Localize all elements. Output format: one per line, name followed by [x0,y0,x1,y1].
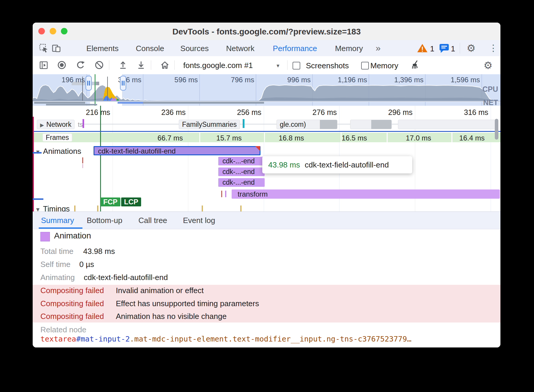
chevron-right-icon[interactable]: ▶ [40,122,44,128]
screenshots-checkbox[interactable] [293,62,300,69]
more-options-icon[interactable]: ⋮ [489,43,498,53]
self-time-value: 0 µs [79,260,94,269]
tab-elements[interactable]: Elements [86,44,119,53]
compositing-failed-reason: Effect has unsupported timing parameters [116,299,259,308]
device-toolbar-icon[interactable] [52,43,61,53]
inspect-element-icon[interactable] [39,43,48,53]
total-time-value: 43.98 ms [83,247,115,256]
node-classes[interactable]: .mat-mdc-input-element.text-modifier__in… [130,335,411,343]
memory-checkbox[interactable] [361,62,369,69]
overview-tick: 996 ms [268,76,311,84]
self-time-label: Self time [40,260,70,269]
performance-toolbar: fonts.google.com #1 ▼ Screenshots Memory… [33,56,500,75]
summary-category: Animation [54,231,91,241]
frame-boundary [199,133,200,142]
compositing-failed-reason: Animation has no visible change [116,312,227,321]
divider [174,60,175,70]
more-tabs-icon[interactable]: » [376,43,381,53]
compositing-failed-label: Compositing failed [40,312,104,321]
warning-icon[interactable] [417,43,428,53]
fcp-badge[interactable]: FCP [100,197,120,206]
issues-count[interactable]: 1 [451,44,455,53]
request-busy-block [320,120,337,129]
details-panel: Summary Bottom-up Call tree Event log An… [33,211,500,347]
animation-event[interactable]: cdk-...-end [218,157,265,165]
chevron-down-icon[interactable]: ▼ [35,206,41,211]
details-tabbar: Summary Bottom-up Call tree Event log [33,211,500,229]
ruler-tick: 276 ms [295,108,337,117]
upload-profile-icon[interactable] [118,60,128,70]
lcp-badge[interactable]: LCP [121,197,141,206]
memory-label[interactable]: Memory [370,61,398,70]
tooltip-name: cdk-text-field-autofill-end [305,160,389,170]
tab-event-log[interactable]: Event log [183,216,215,225]
ruler-tick: 316 ms [447,108,488,117]
compositing-failed-reason: Invalid animation or effect [116,286,204,295]
frame-duration: 16.8 ms [279,134,304,142]
animating-label: Animating [40,273,75,282]
tab-call-tree[interactable]: Call tree [138,216,167,225]
tab-summary[interactable]: Summary [41,216,74,225]
truncated-request-text: ts [78,121,83,129]
network-track-header[interactable]: ▶Network [37,120,75,129]
clear-icon[interactable] [94,60,104,70]
related-node-label: Related node [40,325,86,334]
download-profile-icon[interactable] [136,60,146,70]
profile-select[interactable]: fonts.google.com #1 [183,61,253,70]
track-divider-line [33,131,500,132]
selection-left-handle[interactable] [86,76,92,91]
devtools-window: DevTools - fonts.google.com/?preview.siz… [33,23,500,347]
node-tag[interactable]: textarea [40,335,76,343]
active-tab-underline [39,227,83,229]
selection-right-handle[interactable] [120,76,126,91]
overview-tick: 196 ms [42,76,85,84]
transform-animation-bar[interactable]: transform [232,189,500,199]
network-request[interactable] [350,120,392,129]
tab-performance[interactable]: Performance [273,44,317,53]
overview-tick: 1,196 ms [324,76,367,84]
titlebar: DevTools - fonts.google.com/?preview.siz… [33,23,500,40]
related-node-link[interactable]: textarea#mat-input-2.mat-mdc-input-eleme… [40,335,411,343]
fcp-marker-line [100,106,101,211]
timing-tick [202,206,203,211]
network-request[interactable] [398,120,496,129]
capture-settings-gear-icon[interactable]: ⚙ [484,59,492,71]
chevron-down-icon[interactable]: ▼ [276,63,280,69]
warning-count[interactable]: 1 [430,44,434,53]
network-event-tick [83,119,84,128]
animation-color-swatch [40,232,50,241]
screenshots-label[interactable]: Screenshots [306,61,349,70]
settings-gear-icon[interactable]: ⚙ [467,42,475,54]
tab-bottom-up[interactable]: Bottom-up [87,216,122,225]
frame-boundary [451,133,452,142]
animation-event-selected[interactable]: cdk-text-field-autofill-end [94,146,260,155]
animation-event[interactable]: cdk-...-end [218,167,265,176]
flame-chart[interactable]: 216 ms 236 ms 256 ms 276 ms 296 ms 316 m… [33,106,500,211]
home-icon[interactable] [160,60,170,70]
reload-record-icon[interactable] [76,60,85,70]
ruler-tick: 256 ms [220,108,261,117]
animations-track-header[interactable]: ▼Animations [35,147,81,156]
tab-console[interactable]: Console [136,44,164,53]
tab-network[interactable]: Network [226,44,254,53]
toggle-sidebar-icon[interactable] [39,60,48,70]
frames-track-label[interactable]: Frames [42,133,72,142]
compositing-failed-label: Compositing failed [40,299,104,308]
animation-event[interactable]: cdk-...-end [218,178,265,187]
issues-icon[interactable] [439,44,450,53]
timeline-overview[interactable]: 196 ms 396 ms 596 ms 796 ms 996 ms 1,196… [33,74,500,106]
frame-duration: 66.7 ms [157,134,183,142]
timings-track-header[interactable]: ▼Timings [35,204,70,211]
record-icon[interactable] [57,60,67,70]
frames-track[interactable]: 66.7 ms 15.7 ms 16.8 ms 16.5 ms 17.0 ms … [33,133,500,142]
vertical-scrollbar-thumb[interactable] [495,119,498,140]
network-request[interactable]: FamilySummaries [179,120,240,129]
garbage-collect-icon[interactable] [410,60,420,69]
tab-memory[interactable]: Memory [335,44,363,53]
tab-sources[interactable]: Sources [180,44,208,53]
overview-tick: 1,396 ms [381,76,424,84]
lcp-marker-line [33,117,34,211]
timing-tick [74,206,75,211]
node-id[interactable]: #mat-input-2 [76,335,130,343]
network-request[interactable]: gle.com) [277,120,337,129]
